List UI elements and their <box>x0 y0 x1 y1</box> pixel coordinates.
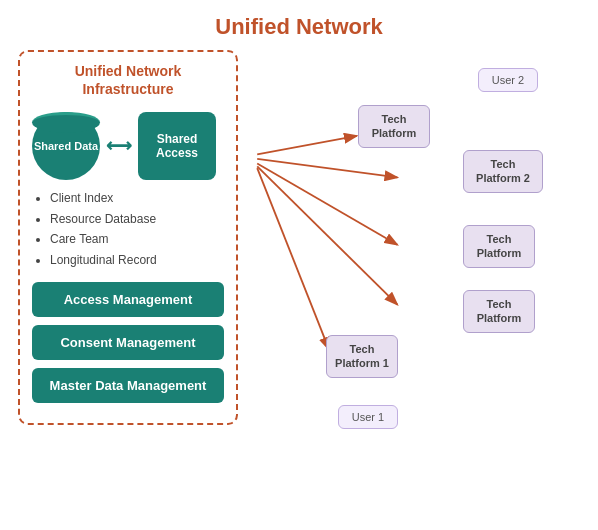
tech-platform-bot: Tech Platform <box>463 290 535 333</box>
bidirectional-arrow: ⟷ <box>106 135 132 157</box>
shared-access-box: Shared Access <box>138 112 216 180</box>
svg-line-1 <box>257 136 357 154</box>
svg-line-4 <box>257 166 397 304</box>
shared-row: Shared Data ⟷ Shared Access <box>32 112 224 180</box>
shared-access-label: Shared Access <box>138 132 216 161</box>
user1-box: User 1 <box>338 405 398 429</box>
tech-platform-mid: Tech Platform <box>463 225 535 268</box>
bullet-item: Care Team <box>50 229 224 249</box>
svg-line-3 <box>257 164 397 245</box>
user2-box: User 2 <box>478 68 538 92</box>
bullet-item: Longitudinal Record <box>50 250 224 270</box>
infra-title: Unified Network Infrastructure <box>32 62 224 98</box>
infra-box: Unified Network Infrastructure Shared Da… <box>18 50 238 425</box>
bullet-item: Resource Database <box>50 209 224 229</box>
svg-line-2 <box>257 159 397 177</box>
bullet-item: Client Index <box>50 188 224 208</box>
tech-platform-top: Tech Platform <box>358 105 430 148</box>
shared-data-cylinder: Shared Data <box>32 112 100 180</box>
consent-management-button[interactable]: Consent Management <box>32 325 224 360</box>
svg-line-5 <box>257 168 329 350</box>
bullet-list: Client Index Resource Database Care Team… <box>42 188 224 270</box>
page-title: Unified Network <box>0 0 598 40</box>
tech-platform-1: Tech Platform 1 <box>326 335 398 378</box>
shared-data-label: Shared Data <box>34 140 98 153</box>
tech-platform-2: Tech Platform 2 <box>463 150 543 193</box>
master-data-management-button[interactable]: Master Data Management <box>32 368 224 403</box>
access-management-button[interactable]: Access Management <box>32 282 224 317</box>
right-area: User 2 Tech Platform Tech Platform 2 Tec… <box>248 50 580 480</box>
main-layout: Unified Network Infrastructure Shared Da… <box>0 50 598 480</box>
